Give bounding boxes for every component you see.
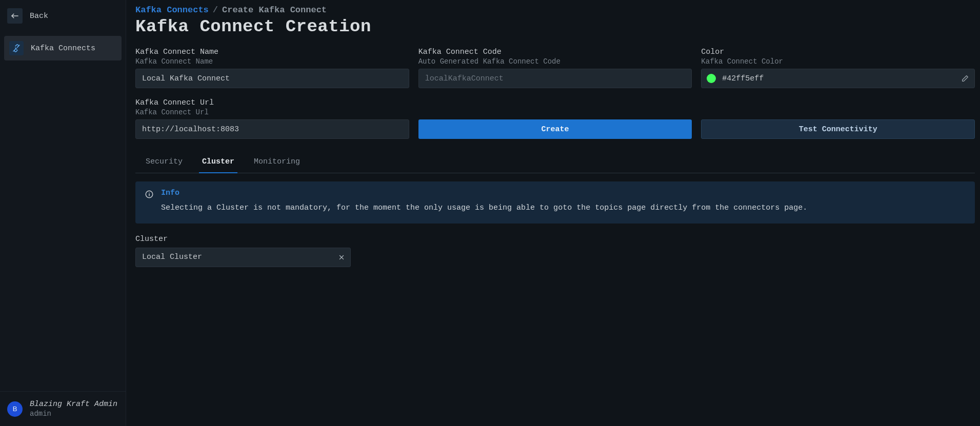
kafka-connect-url-input[interactable] [135, 119, 409, 139]
field-sublabel: Kafka Connect Url [135, 108, 409, 116]
color-swatch [707, 74, 716, 83]
avatar: B [7, 401, 23, 417]
back-button[interactable]: Back [0, 0, 126, 34]
color-picker[interactable]: #42ff5eff [701, 69, 975, 88]
field-sublabel: Kafka Connect Name [135, 57, 409, 66]
pencil-icon [961, 74, 969, 83]
tabs: Security Cluster Monitoring [135, 152, 975, 173]
field-label: Kafka Connect Url [135, 98, 409, 107]
main: Kafka Connects / Create Kafka Connect Ka… [126, 0, 980, 426]
user-username: admin [30, 410, 117, 418]
sidebar-item-label: Kafka Connects [31, 44, 95, 53]
tab-monitoring[interactable]: Monitoring [251, 152, 303, 173]
info-body: Selecting a Cluster is not mandatory, fo… [161, 202, 807, 214]
user-row[interactable]: B Blazing Kraft Admin admin [0, 391, 126, 426]
cluster-select-value: Local Cluster [142, 253, 333, 261]
field-kafka-connect-code: Kafka Connect Code Auto Generated Kafka … [418, 48, 692, 88]
close-icon[interactable] [338, 254, 345, 261]
plug-icon [9, 41, 24, 55]
field-kafka-connect-name: Kafka Connect Name Kafka Connect Name [135, 48, 409, 88]
create-button[interactable]: Create [418, 119, 692, 139]
field-kafka-connect-url: Kafka Connect Url Kafka Connect Url [135, 98, 409, 139]
info-icon [145, 190, 154, 214]
avatar-initial: B [13, 405, 17, 413]
cluster-select[interactable]: Local Cluster [135, 248, 351, 267]
info-banner: Info Selecting a Cluster is not mandator… [135, 181, 975, 224]
field-label: Kafka Connect Code [418, 48, 692, 56]
test-connectivity-button[interactable]: Test Connectivity [701, 119, 975, 139]
tab-security[interactable]: Security [143, 152, 186, 173]
field-color: Color Kafka Connect Color #42ff5eff [701, 48, 975, 88]
sidebar: Back Kafka Connects B Blazing Kraft Admi… [0, 0, 126, 426]
cluster-section: Cluster Local Cluster [135, 235, 980, 267]
tab-cluster[interactable]: Cluster [199, 152, 237, 173]
kafka-connect-code-input [418, 69, 692, 88]
back-icon [7, 8, 23, 24]
cluster-label: Cluster [135, 235, 980, 244]
breadcrumb-separator: / [213, 5, 218, 15]
info-title: Info [161, 189, 807, 197]
field-create: Create [418, 98, 692, 139]
back-label: Back [30, 12, 48, 21]
page-title: Kafka Connect Creation [135, 17, 980, 36]
field-sublabel: Kafka Connect Color [701, 57, 975, 66]
color-hex: #42ff5eff [722, 74, 955, 83]
field-label: Color [701, 48, 975, 56]
field-test: Test Connectivity [701, 98, 975, 139]
user-display-name: Blazing Kraft Admin [30, 400, 117, 409]
field-label: Kafka Connect Name [135, 48, 409, 56]
breadcrumb: Kafka Connects / Create Kafka Connect [135, 5, 980, 15]
breadcrumb-current: Create Kafka Connect [222, 5, 327, 15]
kafka-connect-name-input[interactable] [135, 69, 409, 88]
sidebar-item-kafka-connects[interactable]: Kafka Connects [4, 36, 122, 60]
breadcrumb-parent[interactable]: Kafka Connects [135, 5, 209, 15]
field-sublabel: Auto Generated Kafka Connect Code [418, 57, 692, 66]
